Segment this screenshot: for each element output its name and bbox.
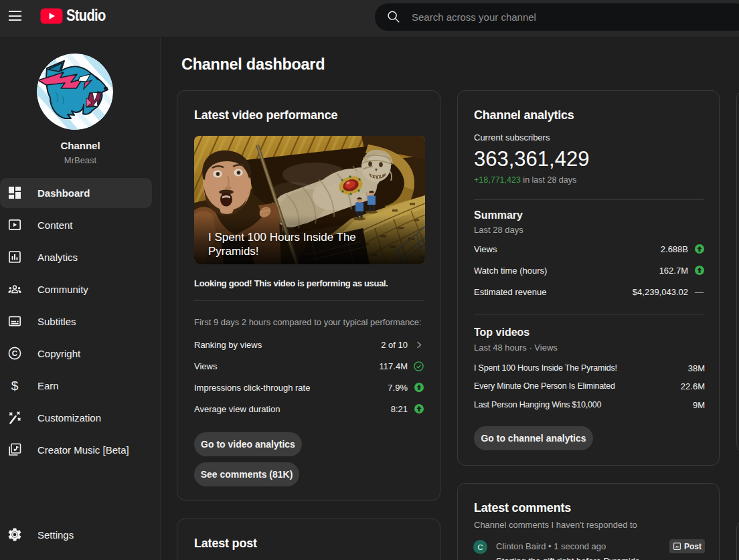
svg-text:$: $ (11, 379, 19, 393)
svg-text:C: C (12, 349, 17, 357)
